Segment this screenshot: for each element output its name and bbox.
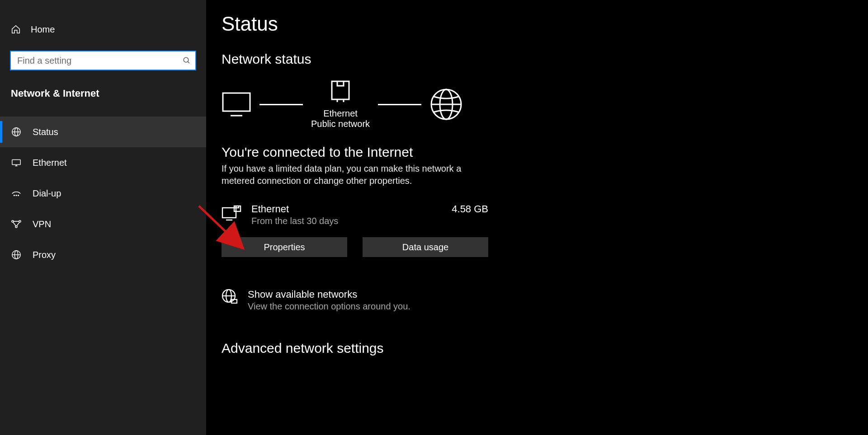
dialup-icon	[11, 189, 22, 197]
network-status-heading: Network status	[222, 51, 868, 67]
page-title: Status	[222, 13, 868, 35]
svg-rect-20	[223, 93, 250, 111]
search-icon	[183, 56, 191, 65]
svg-point-8	[14, 195, 15, 196]
svg-point-12	[19, 220, 21, 222]
sidebar-nav: Status Ethernet Dial-up	[0, 117, 206, 270]
computer-icon	[222, 92, 251, 117]
svg-point-13	[15, 226, 17, 228]
network-diagram: Ethernet Public network	[222, 80, 868, 129]
connected-heading: You're connected to the Internet	[222, 145, 868, 160]
sidebar-item-status[interactable]: Status	[0, 117, 206, 147]
ethernet-icon	[11, 158, 22, 168]
search-input[interactable]	[10, 51, 196, 70]
svg-line-15	[13, 222, 16, 226]
sidebar-item-label: Ethernet	[33, 158, 67, 168]
svg-point-10	[18, 195, 19, 196]
svg-point-11	[12, 220, 14, 222]
home-icon	[11, 24, 21, 34]
sidebar-item-label: Proxy	[33, 250, 56, 260]
svg-point-9	[16, 195, 17, 196]
sidebar-item-ethernet[interactable]: Ethernet	[0, 147, 206, 178]
svg-line-16	[17, 222, 19, 226]
show-available-networks[interactable]: Show available networks View the connect…	[222, 289, 868, 312]
proxy-icon	[11, 250, 22, 260]
vpn-icon	[11, 220, 22, 229]
svg-point-0	[184, 57, 189, 62]
search-field[interactable]	[17, 56, 183, 66]
connection-usage: 4.58 GB	[452, 203, 488, 215]
advanced-heading: Advanced network settings	[222, 341, 868, 356]
globe-large-icon	[429, 88, 463, 121]
sidebar-item-label: VPN	[33, 219, 51, 229]
diagram-line	[378, 104, 421, 105]
svg-rect-22	[332, 81, 349, 99]
sidebar-item-proxy[interactable]: Proxy	[0, 239, 206, 270]
show-networks-title: Show available networks	[248, 289, 410, 300]
home-label: Home	[31, 24, 55, 35]
svg-rect-30	[234, 206, 241, 211]
ethernet-adapter-icon	[222, 205, 241, 222]
properties-button[interactable]: Properties	[222, 237, 347, 257]
sidebar-item-dialup[interactable]: Dial-up	[0, 178, 206, 209]
diagram-connection-type: Public network	[311, 119, 370, 129]
category-heading: Network & Internet	[0, 70, 206, 99]
svg-line-1	[188, 61, 189, 63]
main-content: Status Network status Ethernet Public ne…	[206, 0, 868, 435]
router-icon	[330, 80, 351, 104]
connection-row: Ethernet From the last 30 days 4.58 GB	[222, 203, 488, 226]
connection-sub: From the last 30 days	[251, 216, 452, 226]
diagram-connection-name: Ethernet	[323, 108, 358, 119]
show-networks-sub: View the connection options around you.	[248, 301, 410, 312]
sidebar-item-label: Dial-up	[33, 188, 61, 199]
globe-icon	[11, 127, 22, 137]
sidebar-item-label: Status	[33, 127, 58, 137]
svg-rect-5	[12, 160, 20, 165]
connected-body: If you have a limited data plan, you can…	[222, 163, 475, 187]
diagram-line	[259, 104, 303, 105]
data-usage-button[interactable]: Data usage	[363, 237, 488, 257]
home-button[interactable]: Home	[0, 19, 206, 40]
network-list-icon	[222, 289, 238, 305]
connection-name: Ethernet	[251, 203, 452, 215]
sidebar: Home Network & Internet Statu	[0, 0, 206, 435]
sidebar-item-vpn[interactable]: VPN	[0, 209, 206, 239]
